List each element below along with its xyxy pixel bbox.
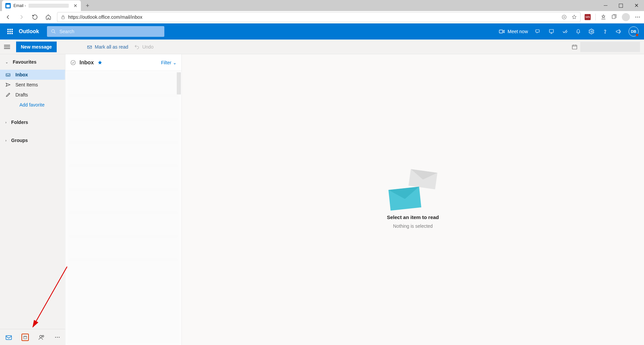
calendar-module-icon[interactable] [21, 334, 29, 341]
header-right: Meet now DB [499, 26, 641, 37]
add-page-icon[interactable] [561, 14, 567, 20]
forward-button[interactable] [17, 12, 26, 22]
lock-icon [61, 15, 65, 19]
svg-point-20 [57, 337, 58, 338]
calendar-redacted [580, 42, 640, 52]
tab-title-redacted [29, 4, 69, 8]
profile-avatar[interactable] [622, 13, 630, 21]
close-tab-icon[interactable]: ✕ [73, 3, 77, 8]
svg-point-6 [52, 29, 55, 32]
groups-section[interactable]: › Groups [0, 133, 65, 148]
svg-point-11 [605, 33, 605, 33]
select-all-icon[interactable] [70, 60, 76, 66]
svg-rect-7 [499, 30, 503, 33]
browser-extensions: 121 [585, 13, 641, 21]
reading-pane: Select an item to read Nothing is select… [182, 54, 644, 345]
presence-dot [636, 33, 639, 37]
back-button[interactable] [3, 12, 13, 22]
svg-rect-16 [24, 336, 27, 339]
collections-icon[interactable] [611, 14, 617, 20]
favorite-star-icon[interactable] [572, 14, 577, 20]
favourites-section[interactable]: ⌄ Favourites [0, 54, 65, 70]
main-area: ⌄ Favourites Inbox Sent Items Drafts Add… [0, 54, 644, 345]
folder-title: Inbox [79, 60, 94, 66]
message-list-header: Inbox Filter ⌄ [65, 54, 181, 71]
sidebar-item-drafts[interactable]: Drafts [0, 90, 65, 100]
svg-rect-15 [6, 336, 12, 340]
window-controls: ✕ [598, 0, 644, 11]
teams-chat-icon[interactable] [535, 28, 541, 35]
mark-all-read-button[interactable]: Mark all as read [87, 44, 128, 50]
pinned-star-icon[interactable] [97, 60, 103, 65]
chevron-down-icon: ⌄ [173, 60, 177, 65]
tab-strip: Email - ✕ + ✕ [0, 0, 644, 11]
sidebar-item-inbox[interactable]: Inbox [0, 70, 65, 80]
hamburger-button[interactable] [4, 45, 10, 49]
message-list-redacted [65, 71, 181, 345]
svg-point-19 [55, 337, 56, 338]
maximize-button[interactable] [613, 0, 629, 11]
chevron-right-icon: › [5, 121, 6, 124]
new-message-button[interactable]: New message [16, 42, 57, 52]
calendar-pane-icon[interactable] [572, 44, 578, 50]
undo-icon [134, 44, 140, 50]
command-bar: New message Mark all as read Undo [0, 40, 644, 54]
refresh-button[interactable] [30, 12, 40, 22]
folders-section[interactable]: › Folders [0, 115, 65, 130]
drafts-icon [5, 92, 11, 97]
url-text: https://outlook.office.com/mail/inbox [68, 14, 143, 20]
mail-module-icon[interactable] [5, 334, 12, 341]
svg-rect-12 [88, 46, 92, 48]
notifications-icon[interactable] [575, 28, 582, 35]
calendar-extension-icon[interactable]: 121 [585, 14, 591, 20]
search-icon [51, 29, 56, 34]
meet-now-button[interactable]: Meet now [499, 29, 528, 34]
minimize-button[interactable] [598, 0, 613, 11]
svg-rect-9 [549, 29, 553, 32]
close-window-button[interactable]: ✕ [629, 0, 644, 11]
tab-title-prefix: Email - [13, 3, 26, 8]
message-list-pane: Inbox Filter ⌄ [65, 54, 182, 345]
svg-point-4 [637, 17, 638, 18]
app-launcher-button[interactable] [3, 25, 17, 38]
sent-icon [5, 82, 11, 87]
browser-chrome: Email - ✕ + ✕ https://outlook.office.com… [0, 0, 644, 23]
help-icon[interactable] [602, 28, 608, 35]
browser-tab[interactable]: Email - ✕ [2, 0, 81, 11]
undo-button[interactable]: Undo [134, 44, 153, 50]
address-bar[interactable]: https://outlook.office.com/mail/inbox [57, 12, 581, 22]
new-tab-button[interactable]: + [83, 1, 92, 10]
command-bar-right [572, 42, 640, 52]
home-button[interactable] [44, 12, 53, 22]
favorites-list-icon[interactable] [600, 14, 606, 20]
more-modules-icon[interactable] [54, 334, 60, 341]
more-icon[interactable] [635, 16, 641, 18]
user-avatar[interactable]: DB [629, 26, 639, 37]
waffle-icon [7, 29, 13, 34]
folder-sidebar: ⌄ Favourites Inbox Sent Items Drafts Add… [0, 54, 65, 345]
svg-point-18 [42, 335, 44, 337]
bottom-module-nav [0, 329, 65, 345]
video-icon [499, 29, 505, 34]
svg-rect-13 [572, 45, 577, 49]
svg-point-3 [635, 17, 636, 18]
settings-icon[interactable] [588, 28, 595, 35]
search-input[interactable] [59, 29, 160, 34]
chevron-right-icon: › [5, 139, 6, 142]
brand-label: Outlook [19, 28, 39, 34]
add-favorite-link[interactable]: Add favorite [0, 100, 65, 110]
sidebar-item-sent[interactable]: Sent Items [0, 80, 65, 90]
svg-point-21 [59, 337, 60, 338]
svg-point-10 [591, 31, 593, 32]
chevron-down-icon: ⌄ [5, 60, 8, 64]
empty-envelope-illustration [389, 171, 436, 211]
filter-button[interactable]: Filter ⌄ [161, 60, 177, 65]
people-module-icon[interactable] [38, 334, 45, 341]
svg-point-17 [40, 335, 42, 338]
search-box[interactable] [47, 26, 164, 37]
inbox-icon [5, 72, 11, 77]
my-day-icon[interactable] [561, 28, 568, 35]
megaphone-icon[interactable] [615, 28, 622, 35]
svg-point-22 [71, 60, 75, 65]
teams-call-icon[interactable] [548, 28, 555, 35]
